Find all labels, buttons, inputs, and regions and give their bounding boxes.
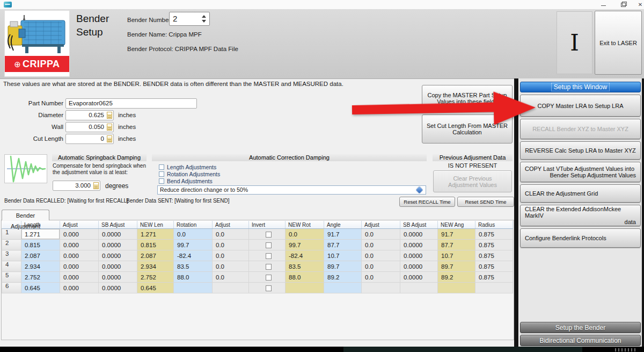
reset-send-time-button[interactable]: Reset SEND Time [457, 197, 514, 207]
cell-new-rot[interactable]: 99.7 [286, 240, 324, 250]
cell-angle[interactable]: 89.2 [324, 272, 362, 283]
row-number[interactable]: 3 [2, 250, 21, 261]
cell-rotation[interactable]: -82.4 [174, 250, 213, 261]
cell-new-len[interactable]: 0.645 [137, 283, 174, 293]
cell-new-ang[interactable]: 89.2 [438, 272, 475, 283]
row-number[interactable]: 5 [2, 272, 21, 283]
copy-last-vtube-adjustments-button[interactable]: COPY Last VTube Adjustment Values into B… [520, 162, 641, 182]
copy-master-values-button[interactable]: Copy the MASTER Part Setup Values into t… [422, 85, 513, 111]
cell-radius[interactable]: 0.875 [475, 250, 513, 261]
cell-radius[interactable]: 0.875 [475, 272, 513, 283]
cell-angle[interactable]: 91.7 [324, 229, 362, 240]
diameter-field[interactable]: 0.625 [65, 110, 114, 120]
tab-bender-adjustment[interactable]: Bender Adjustment [2, 210, 49, 220]
cell-new-ang[interactable]: 87.7 [438, 240, 475, 250]
invert-checkbox[interactable] [266, 275, 272, 281]
cut-length-field[interactable]: 0 [65, 134, 114, 144]
cell-rotation[interactable]: 99.7 [174, 240, 213, 250]
cell-angle[interactable]: 10.7 [324, 250, 362, 261]
row-number[interactable]: 4 [2, 261, 21, 272]
reverse-calc-setup-lra-button[interactable]: REVERSE Calc Setup LRA to Master XYZ [520, 141, 641, 160]
cell-new-len[interactable]: 0.815 [137, 240, 174, 250]
cell-new-ang[interactable]: 10.7 [438, 250, 475, 261]
cell-rotation[interactable]: 0.0 [174, 229, 213, 240]
cell-radius[interactable] [475, 283, 513, 293]
cell-length[interactable]: 0.645 [21, 283, 60, 293]
restore-button[interactable] [616, 1, 630, 8]
part-number-field[interactable]: Evaporator0625 [65, 98, 197, 109]
cell-ang-sb-adjust[interactable] [400, 283, 438, 293]
cell-ang-adjust[interactable]: 0.0 [362, 240, 400, 250]
cell-new-rot[interactable]: -82.4 [286, 250, 324, 261]
invert-checkbox[interactable] [266, 242, 272, 248]
invert-checkbox[interactable] [266, 253, 272, 259]
cell-radius[interactable]: 0.875 [475, 229, 513, 240]
cell-angle[interactable]: 89.7 [324, 261, 362, 272]
cell-length[interactable]: 2.087 [21, 250, 60, 261]
cell-length[interactable]: 0.815 [21, 240, 60, 250]
invert-checkbox[interactable] [266, 264, 272, 270]
row-number[interactable]: 6 [2, 283, 21, 293]
cell-rotation[interactable] [174, 283, 213, 293]
cell-adjust[interactable]: 0.000 [60, 229, 99, 240]
cell-new-rot[interactable]: 0.0 [286, 229, 324, 240]
cell-new-len[interactable]: 2.752 [137, 272, 174, 283]
cell-radius[interactable]: 0.875 [475, 261, 513, 272]
calculator-icon[interactable] [93, 182, 99, 189]
minimize-button[interactable] [597, 1, 611, 8]
cell-ang-adjust[interactable]: 0.0 [362, 272, 400, 283]
setup-the-bender-button[interactable]: Setup the Bender [520, 322, 641, 333]
cell-sb-adjust[interactable]: 0.0000 [99, 261, 137, 272]
cell-new-ang[interactable]: 89.7 [438, 261, 475, 272]
cell-angle[interactable] [324, 283, 362, 293]
exit-to-laser-button[interactable]: Exit to LASER [595, 11, 642, 75]
cell-rot-adjust[interactable]: 0.0 [213, 250, 249, 261]
invert-checkbox[interactable] [266, 285, 272, 291]
rotation-adjustments-checkbox[interactable] [159, 171, 164, 177]
close-button[interactable]: ✕ [633, 1, 644, 8]
cell-rot-adjust[interactable] [213, 283, 249, 293]
cell-new-rot[interactable] [286, 283, 324, 293]
cell-radius[interactable]: 0.875 [475, 240, 513, 250]
damping-mode-dropdown[interactable]: Reduce direction change or to 50% [157, 185, 426, 195]
invert-checkbox[interactable] [266, 232, 272, 238]
cell-length[interactable]: 2.934 [21, 261, 60, 272]
cell-sb-adjust[interactable]: 0.0000 [99, 250, 137, 261]
cell-ang-adjust[interactable]: 0.0 [362, 250, 400, 261]
copy-master-lra-button[interactable]: COPY Master LRA to Setup LRA [520, 95, 641, 117]
cell-adjust[interactable]: 0.000 [60, 240, 99, 250]
springback-threshold-field[interactable]: 3.000 [53, 181, 100, 191]
cell-rot-adjust[interactable]: 0.0 [213, 272, 249, 283]
calculator-icon[interactable] [107, 112, 112, 119]
wall-field[interactable]: 0.050 [65, 122, 114, 132]
bidirectional-communication-button[interactable]: Bidirectional Communication [520, 335, 641, 346]
cell-new-len[interactable]: 2.934 [137, 261, 174, 272]
cell-adjust[interactable]: 0.000 [60, 261, 99, 272]
spin-up-icon[interactable] [202, 15, 206, 18]
spin-down-icon[interactable] [202, 20, 206, 23]
cell-new-rot[interactable]: 88.0 [286, 272, 324, 283]
cell-sb-adjust[interactable]: 0.0000 [99, 272, 137, 283]
clear-adjustment-grid-button[interactable]: CLEAR the Adjustment Grid [520, 184, 641, 203]
calculator-icon[interactable] [107, 124, 112, 131]
cell-sb-adjust[interactable]: 0.0000 [99, 240, 137, 250]
row-number[interactable]: 2 [2, 240, 21, 250]
cell-rot-adjust[interactable]: 0.0 [213, 240, 249, 250]
cell-rot-adjust[interactable]: 0.0 [213, 229, 249, 240]
cell-ang-adjust[interactable]: 0.0 [362, 261, 400, 272]
cell-ang-sb-adjust[interactable]: 0.0000 [400, 261, 438, 272]
cell-adjust[interactable]: 0.000 [60, 283, 99, 293]
set-cut-length-button[interactable]: Set Cut Length From MASTER Calculation [422, 114, 513, 143]
cell-rotation[interactable]: 83.5 [174, 261, 213, 272]
cell-new-rot[interactable]: 83.5 [286, 261, 324, 272]
cell-angle[interactable]: 87.7 [324, 240, 362, 250]
cell-ang-sb-adjust[interactable]: 0.0000 [400, 250, 438, 261]
cell-new-ang[interactable] [438, 283, 475, 293]
recall-bender-xyz-button[interactable]: RECALL Bender XYZ to Master XYZ [520, 119, 641, 139]
cell-adjust[interactable]: 0.000 [60, 250, 99, 261]
bend-adjustments-checkbox[interactable] [159, 178, 164, 184]
calculator-icon[interactable] [107, 135, 112, 142]
cell-new-len[interactable]: 1.271 [137, 229, 174, 240]
cell-sb-adjust[interactable]: 0.0000 [99, 283, 137, 293]
cell-rotation[interactable]: 88.0 [174, 272, 213, 283]
